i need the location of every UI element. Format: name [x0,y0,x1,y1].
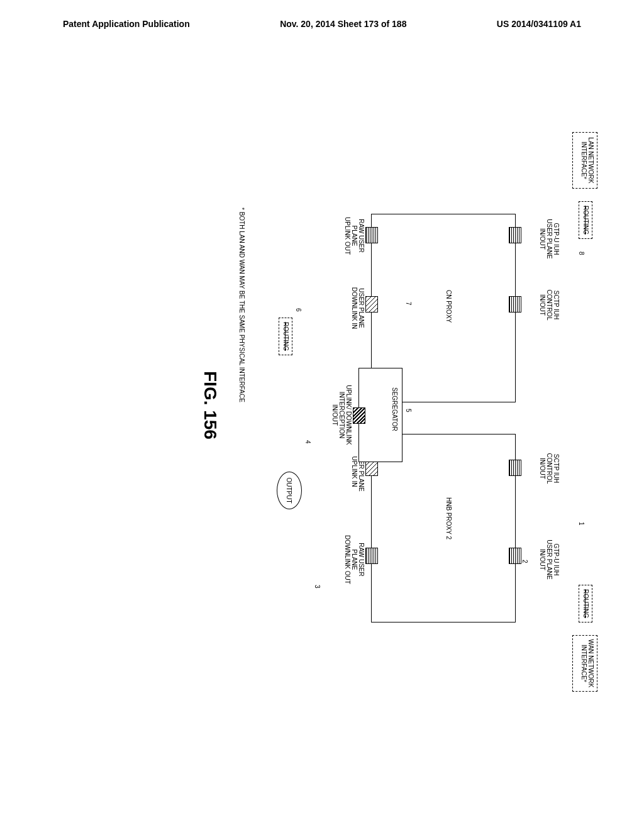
wan-interface-label: WAN NETWORK INTERFACE* [580,639,594,688]
header-left: Patent Application Publication [63,19,190,29]
hnb-raw-downlink-port-icon [365,548,378,564]
gtpu-label-left: GTP-U IUH USER PLANE IN/OUT [539,214,560,264]
page-header: Patent Application Publication Nov. 20, … [0,0,644,35]
num-6: 6 [295,308,302,312]
segregator-box: SEGREGATOR [358,368,402,462]
routing-bottom: ROUTING [279,318,292,355]
sctp-label-left: SCTP IUH CONTROL IN/OUT [539,283,560,327]
lan-interface-label: LAN NETWORK INTERFACE* [580,137,594,183]
num-2: 2 [521,560,528,563]
routing-left: ROUTING [579,201,592,239]
segregator-port-icon [353,407,365,424]
cn-user-downlink-port-icon [365,296,378,313]
lan-interface-box: LAN NETWORK INTERFACE* [572,132,597,189]
cn-sctp-port-icon [509,296,521,313]
hnb-proxy-2-box: HNB PROXY 2 [371,434,516,622]
routing-right-label: ROUTING [582,589,589,618]
num-8: 8 [578,252,585,255]
header-right: US 2014/0341109 A1 [497,19,581,29]
routing-right: ROUTING [579,585,592,622]
gtpu-label-right: GTP-U IUH USER PLANE IN/OUT [539,534,560,585]
num-7: 7 [405,302,412,306]
figure-label: FIG. 156 [200,371,220,440]
hnb-sctp-port-icon [509,460,521,476]
figure-156: SOCKET INTERFACE TUN INTERFACE NETFILTER… [19,170,623,660]
sctp-label-right: SCTP IUH CONTROL IN/OUT [539,446,560,490]
cn-raw-uplink-port-icon [365,227,378,243]
cn-gtpu-port-icon [509,227,521,243]
num-5: 5 [405,409,412,412]
footnote: * BOTH LAN AND WAN MAY BE THE SAME PHYSI… [238,208,245,402]
intercept-label: UPLINK/ DOWNLINK INTERCEPTION IN/OUT [331,380,352,450]
raw-uplink-out-label: RAW USER PLANE UPLINK OUT [344,214,365,258]
num-1: 1 [578,522,585,526]
output-label: OUTPUT [286,477,293,503]
user-downlink-in-label: USER PLANE DOWNLINK IN [351,283,365,333]
routing-left-label: ROUTING [582,206,589,235]
segregator-label: SEGREGATOR [391,387,398,431]
routing-bottom-label: ROUTING [282,322,289,351]
hnb-gtpu-port-icon [509,548,521,564]
num-3: 3 [314,585,321,589]
hnb-proxy-2-label: HNB PROXY 2 [445,497,452,540]
header-center: Nov. 20, 2014 Sheet 173 of 188 [280,19,406,29]
cn-proxy-label: CN PROXY [445,290,452,323]
num-4: 4 [304,440,311,444]
wan-interface-box: WAN NETWORK INTERFACE* [572,635,597,692]
output-node: OUTPUT [277,472,302,509]
raw-downlink-out-label: RAW USER PLANE DOWNLINK OUT [344,534,365,585]
